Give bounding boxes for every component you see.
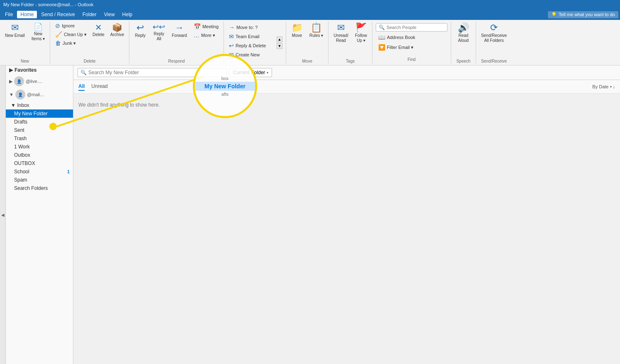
ribbon-group-move-label: Move [302,57,312,63]
sort-button[interactable]: By Date ▾ ↓ [592,84,615,89]
menu-folder[interactable]: Folder [79,11,100,18]
team-email-button[interactable]: ✉ Team Email [226,32,274,41]
move-to-button[interactable]: → Move to: ? [226,23,274,32]
filter-email-label: Filter Email ▾ [387,45,413,50]
outbox-item[interactable]: Outbox [6,151,73,159]
reply-all-button[interactable]: ↩↩ ReplyAll [150,22,168,43]
follow-up-label: FollowUp ▾ [355,33,367,43]
unread-read-button[interactable]: ✉ Unread/Read [331,22,351,45]
sort-label: By Date [592,84,608,89]
outbox-label: Outbox [14,152,30,158]
ribbon-group-delete-label: Delete [84,57,96,63]
search-people-box[interactable]: 🔍 [376,23,447,32]
scope-dropdown-arrow: ▾ [267,71,268,75]
account2-item[interactable]: ▼ 👤 @mail... [6,88,73,101]
search-bar: 🔍 Current Folder ▾ [73,66,620,80]
reply-button[interactable]: ↩ Reply [132,22,148,40]
inbox-item[interactable]: ▼ Inbox [6,101,73,109]
spam-item[interactable]: Spam [6,176,73,184]
reply-delete-icon: ↩ [229,42,234,49]
reply-delete-button[interactable]: ↩ Reply & Delete [226,41,274,50]
tell-me-bar[interactable]: 💡 Tell me what you want to do [548,11,618,18]
main-layout: ◀ ▶ Favorites ▶ 👤 @live.... ▼ 👤 @mail... [0,66,620,364]
reply-icon: ↩ [136,23,144,32]
favorites-label: Favorites [15,67,36,73]
outbox2-label: OUTBOX [14,160,35,166]
delete-button[interactable]: ✕ Delete [90,22,107,39]
unread-read-icon: ✉ [337,23,345,32]
drafts-item[interactable]: Drafts [6,118,73,126]
ribbon-group-respond-label: Respond [168,57,185,63]
cleanup-button[interactable]: 🧹 Clean Up ▾ [53,30,89,39]
search-input[interactable] [88,70,224,75]
school-item[interactable]: School 1 [6,167,73,176]
title-bar: My New Folder - someone@mail... - Outloo… [0,0,620,9]
junk-button[interactable]: 🗑 Junk ▾ [53,39,89,47]
account1-avatar: 👤 [14,76,24,86]
work-label: 1 Work [14,144,30,150]
current-folder-button[interactable]: Current Folder ▾ [229,68,272,77]
send-receive-label: Send/ReceiveAll Folders [481,33,507,43]
forward-button[interactable]: → Forward [169,22,190,40]
archive-button[interactable]: 📦 Archive [108,22,126,39]
junk-label: Junk ▾ [63,41,76,46]
read-aloud-button[interactable]: 🔊 ReadAloud [455,22,472,45]
cleanup-label: Clean Up ▾ [64,32,87,37]
tab-all[interactable]: All [78,83,85,91]
scroll-down-button[interactable]: ▼ [277,43,282,49]
account1-expand-icon: ▶ [9,79,12,84]
menu-send-receive[interactable]: Send / Receive [38,11,78,18]
menu-view[interactable]: View [101,11,118,18]
work-item[interactable]: 1 Work [6,143,73,151]
archive-label: Archive [110,32,124,37]
sidebar-collapse-button[interactable]: ◀ [0,66,6,364]
follow-up-icon: 🚩 [355,23,367,32]
search-folders-label: Search Folders [14,185,48,191]
menu-home[interactable]: Home [17,11,37,18]
outbox2-item[interactable]: OUTBOX [6,159,73,167]
empty-message-text: We didn't find anything to show here. [78,102,160,108]
filter-email-button[interactable]: 🔽 Filter Email ▾ [376,43,447,51]
ignore-button[interactable]: ⊘ Ignore [53,22,89,30]
menu-file[interactable]: File [2,11,16,18]
sent-item[interactable]: Sent [6,126,73,134]
search-people-input[interactable] [387,25,445,30]
search-input-wrap[interactable]: 🔍 [78,68,227,77]
favorites-header[interactable]: ▶ Favorites [6,66,73,75]
rules-button[interactable]: 📋 Rules ▾ [307,22,326,40]
ribbon-group-speech: 🔊 ReadAloud Speech [451,22,476,63]
create-new-button[interactable]: ✉ Create New [226,51,274,59]
menu-bar: File Home Send / Receive Folder View Hel… [0,9,620,20]
filter-email-icon: 🔽 [378,44,385,51]
new-email-button[interactable]: ✉ New Email [2,22,27,40]
search-folders-item[interactable]: Search Folders [6,184,73,192]
address-book-button[interactable]: 📖 Address Book [376,33,447,41]
new-items-icon: 📄 [34,23,43,31]
menu-help[interactable]: Help [119,11,136,18]
ribbon-group-tags: ✉ Unread/Read 🚩 FollowUp ▾ Tags [328,22,372,63]
send-receive-all-button[interactable]: ⟳ Send/ReceiveAll Folders [479,22,509,45]
more-button[interactable]: … More ▾ [191,31,221,39]
meeting-button[interactable]: 📅 Meeting [191,22,221,31]
move-button[interactable]: 📁 Move [289,22,305,40]
unread-read-label: Unread/Read [333,33,348,43]
new-items-button[interactable]: 📄 NewItems ▾ [29,22,47,43]
my-new-folder-item[interactable]: My New Folder [6,109,73,118]
school-label: School [14,169,29,175]
ignore-label: Ignore [62,23,75,28]
content-area: 🔍 Current Folder ▾ All Unread By Date [73,66,620,364]
sent-label: Sent [14,127,24,133]
ignore-icon: ⊘ [55,22,60,29]
empty-message: We didn't find anything to show here. [73,94,620,116]
search-people-icon: 🔍 [379,24,385,30]
ribbon: ✉ New Email 📄 NewItems ▾ New ⊘ Ignore [0,20,620,66]
rules-label: Rules ▾ [309,33,323,38]
address-book-icon: 📖 [378,34,385,41]
account1-item[interactable]: ▶ 👤 @live.... [6,75,73,88]
follow-up-button[interactable]: 🚩 FollowUp ▾ [353,22,370,45]
tab-unread[interactable]: Unread [91,83,107,91]
meeting-icon: 📅 [194,23,201,30]
address-book-label: Address Book [387,35,415,40]
trash-item[interactable]: Trash [6,134,73,143]
scroll-up-button[interactable]: ▲ [277,36,282,42]
